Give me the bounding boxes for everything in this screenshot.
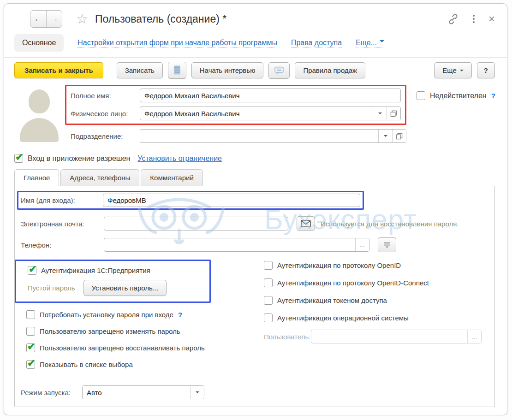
access-token-label: Аутентификация токеном доступа [277,296,387,304]
empty-password-status: Пустой пароль [28,284,75,292]
openid-connect-label: Аутентификация по протоколу OpenID-Conne… [277,279,429,287]
department-input[interactable] [140,130,378,142]
email-send-button[interactable] [297,216,315,231]
person-input[interactable] [140,107,373,120]
os-user-ellipsis-button[interactable]: ... [467,330,481,343]
page-title: Пользователь (создание) * [95,13,226,25]
user-form-window: ← → ☆ Пользователь (создание) * × Основн… [4,3,507,415]
menu-kebab-icon[interactable] [471,13,476,24]
link-form-open-settings[interactable]: Настройки открытия форм при начале работ… [77,39,277,47]
launch-mode-input[interactable] [83,386,190,399]
forbid-recover-password-checkbox[interactable] [26,343,35,352]
nav-row: Основное Настройки открытия форм при нач… [4,30,507,57]
invalid-checkbox[interactable] [417,91,425,100]
open-form-icon [390,110,397,117]
os-auth-label: Аутентификация операционной системы [277,314,409,322]
forbid-recover-password-label: Пользователю запрещено восстанавливать п… [40,344,205,352]
person-dropdown-button[interactable] [373,107,387,120]
full-name-input[interactable] [140,89,401,102]
os-user-input[interactable] [311,330,467,343]
os-user-combo: ... [311,330,482,343]
set-password-button[interactable]: Установить пароль... [83,280,167,296]
email-input[interactable] [104,217,288,231]
list-icon [173,65,181,75]
tab-main-section[interactable]: Основное [14,34,64,52]
person-label: Физическое лицо: [71,110,140,118]
email-label: Электронная почта: [21,220,104,228]
tab-general[interactable]: Главное [14,169,59,186]
department-label: Подразделение: [71,132,140,140]
open-form-icon [396,133,403,140]
speech-bubble-icon [274,66,284,75]
chevron-down-icon [380,40,384,45]
window-controls: × [447,13,495,25]
show-in-choice-list-checkbox[interactable] [26,360,35,369]
toolbar: Записать и закрыть Записать Начать интер… [4,58,507,83]
phone-input[interactable] [104,238,355,251]
show-in-choice-list-label: Показывать в списке выбора [40,361,133,368]
email-row: Электронная почта: Используется для восс… [21,216,494,231]
person-open-button[interactable] [387,107,400,120]
forbid-change-password-checkbox[interactable] [26,327,35,336]
sales-rules-button[interactable]: Правила продаж [295,62,365,78]
back-button[interactable]: ← [30,11,46,27]
save-button[interactable]: Записать [117,62,163,78]
os-user-label: Пользователь: [264,333,311,341]
os-auth-checkbox[interactable] [264,314,273,322]
forbid-change-password-label: Пользователю запрещено изменять пароль [40,327,180,335]
more-button[interactable]: Еще [434,62,472,78]
list-icon-button[interactable] [168,62,186,79]
launch-mode-label: Режим запуска: [21,389,82,396]
forward-button[interactable]: → [46,11,62,27]
window-header: ← → ☆ Пользователь (создание) * × [4,4,507,30]
tab-comment[interactable]: Комментарий [141,169,202,186]
identity-section: Полное имя: Физическое лицо: [4,83,507,143]
auth-1c-label: Аутентификация 1С:Предприятия [41,266,150,274]
highlight-blue-box-login: Имя (для входа): [17,191,364,210]
phone-combo: ... [104,238,369,252]
login-name-input[interactable] [103,194,360,207]
help-button[interactable]: ? [477,62,495,78]
openid-label: Аутентификация по протоколу OpenID [277,261,401,269]
require-password-label: Потребовать установку пароля при входе [40,311,173,319]
envelope-icon [301,220,311,227]
highlight-blue-box-auth: Аутентификация 1С:Предприятия Пустой пар… [15,260,211,303]
auth-options-list: Аутентификация по протоколу OpenID Аутен… [264,261,482,322]
openid-checkbox[interactable] [264,261,273,270]
start-interview-button[interactable]: Начать интервью [191,62,264,78]
openid-connect-checkbox[interactable] [264,278,273,287]
avatar [20,89,59,142]
tab-addresses-phones[interactable]: Адреса, телефоны [60,169,139,186]
link-more[interactable]: Еще... [356,39,384,47]
auth-columns: Аутентификация 1С:Предприятия Пустой пар… [15,260,494,369]
comment-icon-button[interactable] [268,62,290,79]
invalid-help-icon[interactable]: ? [491,92,495,100]
full-name-label: Полное имя: [71,92,140,100]
history-nav: ← → [30,10,62,28]
favorite-star-icon[interactable]: ☆ [76,12,88,26]
save-and-close-button[interactable]: Записать и закрыть [14,62,103,78]
phone-ellipsis-button[interactable]: ... [355,238,369,251]
select-from-list-icon [383,242,391,248]
phone-row: Телефон: ... [21,237,494,252]
link-access-rights[interactable]: Права доступа [291,39,342,47]
set-restriction-link[interactable]: Установить ограничение [137,154,222,163]
launch-mode-row: Режим запуска: [21,385,494,399]
access-token-checkbox[interactable] [264,296,273,305]
copy-link-icon[interactable] [447,13,459,25]
person-combo [140,106,401,120]
department-open-button[interactable] [392,130,406,142]
phone-label: Телефон: [21,241,104,249]
login-allowed-row: Вход в приложение разрешен Установить ог… [4,143,507,163]
department-dropdown-button[interactable] [378,130,392,142]
require-password-help-icon[interactable]: ? [178,311,182,319]
tabstrip: Главное Адреса, телефоны Комментарий [4,163,507,186]
phone-select-list-button[interactable] [378,237,396,252]
highlight-red-box: Полное имя: Физическое лицо: [65,85,406,125]
launch-mode-dropdown-button[interactable] [190,386,204,399]
auth-1c-checkbox[interactable] [28,266,36,275]
require-password-checkbox[interactable] [26,310,35,319]
close-icon[interactable]: × [488,13,495,24]
login-allowed-checkbox[interactable] [14,154,23,163]
password-options-list: Потребовать установку пароля при входе ?… [26,310,264,369]
